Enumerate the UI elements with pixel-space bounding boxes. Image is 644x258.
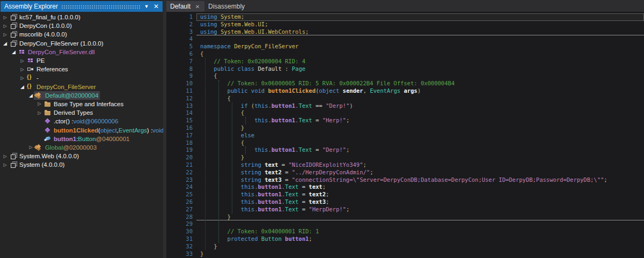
code-line-24[interactable]: 24 this.button1.Text = text; [166, 183, 644, 191]
code-line-27[interactable]: 27 this.button1.Text = "HerpDerp!"; [166, 206, 644, 213]
expander-collapsed-icon[interactable]: ▷ [19, 58, 25, 63]
line-number: 21 [166, 161, 196, 169]
tree-item-derpycon-fileserver-1-0-0-0[interactable]: ◢DerpyCon_FileServer (1.0.0.0) [0, 39, 163, 48]
expander-expanded-icon[interactable]: ◢ [11, 49, 17, 55]
expander-collapsed-icon[interactable]: ▷ [2, 32, 8, 37]
code-line-11[interactable]: 11 public void button1Clicked(object sen… [166, 87, 644, 95]
tree-item-pe[interactable]: ▷PE [0, 56, 163, 65]
tree-item-system-web-4-0-0-0[interactable]: ▷System.Web (4.0.0.0) [0, 152, 163, 160]
code-line-7[interactable]: 7 // Token: 0x02000004 RID: 4 [166, 58, 644, 65]
tree-item-item[interactable]: ▷- [0, 73, 163, 82]
indent-guide [245, 117, 246, 124]
tree-item-button1-button-04000001[interactable]: button1 : Button @04000001 [0, 135, 163, 143]
tab-label: Default [170, 3, 191, 10]
code-line-12[interactable]: 12 { [166, 95, 644, 102]
code-line-14[interactable]: 14 { [166, 109, 644, 117]
tree-item-label: button1 : Button @04000001 [42, 135, 131, 143]
tree-label-part: System.Web (4.0.0.0) [19, 153, 79, 159]
tree-label-part: kc57_final_fu (1.0.0.0) [19, 14, 80, 20]
module-icon [18, 49, 26, 55]
code-line-32[interactable]: 32 } [166, 243, 644, 250]
code-line-33[interactable]: 33} [166, 250, 644, 258]
code-line-15[interactable]: 15 this.button1.Text = "Herp!"; [166, 117, 644, 124]
assembly-tree: ▷kc57_final_fu (1.0.0.0)▷DerpyCon (1.0.0… [0, 13, 163, 258]
expander-expanded-icon[interactable]: ◢ [19, 84, 25, 90]
code-line-17[interactable]: 17 else [166, 132, 644, 139]
code-line-1[interactable]: 1using System; [166, 13, 644, 21]
code-line-22[interactable]: 22 string text2 = "../HerpDerpyConAdmin/… [166, 169, 644, 176]
tree-item-label: System.Web (4.0.0.0) [8, 152, 80, 160]
code-line-9[interactable]: 9 { [166, 72, 644, 80]
method-icon [44, 127, 52, 134]
code-line-21[interactable]: 21 string text = "NiceIDORExploitYo349"; [166, 161, 644, 169]
code-line-text: { [196, 139, 644, 147]
code-line-4[interactable]: 4 [166, 35, 644, 43]
tree-item-ctor-void-06000006[interactable]: .ctor() : void @06000006 [0, 117, 163, 126]
tree-label-part: Button [78, 136, 96, 142]
expander-expanded-icon[interactable]: ◢ [2, 41, 8, 46]
line-number: 11 [166, 87, 196, 95]
tree-item-button1clicked-object-eventargs-void[interactable]: button1Clicked(object, EventArgs) : void [0, 126, 163, 134]
code-line-6[interactable]: 6{ [166, 50, 644, 58]
tree-item-derived-types[interactable]: ▷Derived Types [0, 108, 163, 117]
code-line-28[interactable]: 28 } [166, 213, 644, 221]
code-line-30[interactable]: 30 // Token: 0x04000001 RID: 1 [166, 228, 644, 235]
expander-collapsed-icon[interactable]: ▷ [2, 24, 8, 28]
line-number: 19 [166, 146, 196, 154]
assembly-explorer-header[interactable]: Assembly Explorer ▼ ✕ [1, 1, 163, 12]
code-line-26[interactable]: 26 this.button1.Text = text3; [166, 198, 644, 206]
code-editor[interactable]: 1using System;2using System.Web.UI;3usin… [166, 12, 644, 258]
tab-disassembly[interactable]: Disassembly [204, 1, 248, 12]
expander-collapsed-icon[interactable]: ▷ [36, 101, 42, 106]
expander-collapsed-icon[interactable]: ▷ [28, 145, 34, 150]
expander-collapsed-icon[interactable]: ▷ [2, 15, 8, 20]
code-line-19[interactable]: 19 this.button1.Text = "Derp!"; [166, 146, 644, 154]
close-icon[interactable]: ✕ [194, 4, 201, 10]
expander-collapsed-icon[interactable]: ▷ [19, 76, 25, 80]
code-line-3[interactable]: 3using System.Web.UI.WebControls; [166, 28, 644, 36]
line-number: 3 [166, 28, 196, 36]
tree-item-mscorlib-4-0-0-0[interactable]: ▷mscorlib (4.0.0.0) [0, 30, 163, 39]
code-line-31[interactable]: 31 protected Button button1; [166, 235, 644, 243]
indent-guide [218, 80, 219, 243]
tree-item-global-02000003[interactable]: ▷Global @02000003 [0, 143, 163, 152]
tab-default[interactable]: Default✕ [166, 1, 204, 12]
code-line-2[interactable]: 2using System.Web.UI; [166, 21, 644, 28]
code-line-23[interactable]: 23 string text3 = "connectionString=\"Se… [166, 176, 644, 184]
code-line-29[interactable]: 29 [166, 220, 644, 228]
tree-label-part: Default [45, 92, 64, 99]
tree-label-part: Global [45, 144, 63, 151]
tree-item-base-type-and-interfaces[interactable]: ▷Base Type and Interfaces [0, 100, 163, 108]
code-line-18[interactable]: 18 { [166, 139, 644, 147]
line-number: 27 [166, 206, 196, 213]
assembly-icon [10, 40, 17, 47]
code-line-5[interactable]: 5namespace DerpyCon_FileServer [166, 43, 644, 50]
tree-item-label: kc57_final_fu (1.0.0.0) [8, 13, 82, 21]
code-line-20[interactable]: 20 } [166, 154, 644, 161]
code-line-16[interactable]: 16 } [166, 124, 644, 132]
tree-item-derpycon-fileserver-dll[interactable]: ◢DerpyCon_FileServer.dll [0, 48, 163, 56]
tree-item-derpycon-1-0-0-0[interactable]: ▷DerpyCon (1.0.0.0) [0, 21, 163, 30]
expander-collapsed-icon[interactable]: ▷ [36, 110, 42, 115]
line-number: 13 [166, 102, 196, 110]
code-line-13[interactable]: 13 if (this.button1.Text == "Derp!") [166, 102, 644, 110]
expander-expanded-icon[interactable]: ◢ [28, 93, 34, 98]
code-line-25[interactable]: 25 this.button1.Text = text2; [166, 191, 644, 198]
close-icon[interactable]: ✕ [152, 2, 160, 11]
expander-collapsed-icon[interactable]: ▷ [2, 163, 8, 167]
line-number: 17 [166, 132, 196, 139]
tree-item-kc57-final-fu-1-0-0-0[interactable]: ▷kc57_final_fu (1.0.0.0) [0, 13, 163, 21]
code-line-8[interactable]: 8 public class Default : Page [166, 65, 644, 73]
tree-item-system-4-0-0-0[interactable]: ▷System (4.0.0.0) [0, 160, 163, 169]
expander-collapsed-icon[interactable]: ▷ [2, 154, 8, 159]
tree-item-derpycon-fileserver[interactable]: ◢DerpyCon_FileServer [0, 83, 163, 91]
caret-down-icon[interactable]: ▼ [142, 2, 151, 11]
tree-item-references[interactable]: ▷References [0, 65, 163, 73]
code-line-10[interactable]: 10 // Token: 0x06000005 RID: 5 RVA: 0x00… [166, 80, 644, 87]
line-number: 4 [166, 35, 196, 43]
expander-collapsed-icon[interactable]: ▷ [19, 67, 25, 72]
code-line-text: string text3 = "connectionString=\"Serve… [196, 176, 644, 184]
code-line-text: // Token: 0x02000004 RID: 4 [196, 58, 644, 65]
tree-item-default-02000004[interactable]: ◢Default @02000004 [0, 91, 163, 100]
folder-icon [44, 109, 52, 116]
